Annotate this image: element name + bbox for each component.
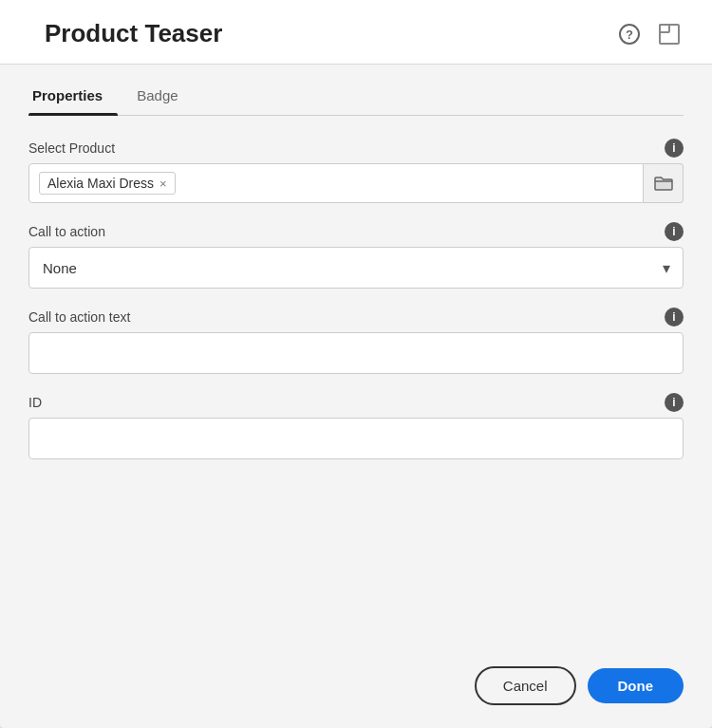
dialog-header: Product Teaser ? — [0, 0, 712, 65]
svg-rect-3 — [660, 25, 669, 32]
folder-icon — [654, 176, 673, 191]
call-to-action-section: Call to action i None Add to Cart View D… — [28, 222, 684, 289]
id-section: ID i — [28, 393, 684, 459]
call-to-action-text-label-row: Call to action text i — [28, 308, 684, 327]
done-button[interactable]: Done — [588, 668, 684, 703]
dialog-title: Product Teaser — [45, 19, 222, 48]
call-to-action-label-row: Call to action i — [28, 222, 684, 241]
call-to-action-label: Call to action — [28, 224, 105, 239]
product-tag: Alexia Maxi Dress × — [39, 172, 176, 195]
call-to-action-text-input[interactable] — [28, 332, 684, 374]
product-teaser-dialog: Product Teaser ? Properties Badge — [0, 0, 712, 728]
cancel-button[interactable]: Cancel — [475, 666, 576, 705]
id-label: ID — [28, 395, 42, 410]
dialog-body: Properties Badge Select Product i Alexia… — [0, 65, 712, 651]
id-label-row: ID i — [28, 393, 684, 412]
product-tag-label: Alexia Maxi Dress — [47, 176, 154, 191]
tab-properties[interactable]: Properties — [28, 80, 118, 115]
product-tag-remove[interactable]: × — [159, 177, 167, 190]
call-to-action-info-icon[interactable]: i — [665, 222, 684, 241]
help-circle-icon: ? — [619, 24, 640, 45]
select-product-label-row: Select Product i — [28, 139, 684, 158]
select-product-label: Select Product — [28, 140, 115, 156]
tab-badge[interactable]: Badge — [133, 80, 193, 115]
id-info-icon[interactable]: i — [665, 393, 684, 412]
call-to-action-select-wrapper: None Add to Cart View Details Learn More… — [28, 247, 684, 289]
call-to-action-text-info-icon[interactable]: i — [665, 308, 684, 327]
fullscreen-icon — [658, 23, 681, 46]
call-to-action-text-section: Call to action text i — [28, 308, 684, 374]
fullscreen-icon-btn[interactable] — [655, 20, 684, 48]
call-to-action-text-label: Call to action text — [28, 309, 130, 325]
browse-button[interactable] — [644, 163, 684, 203]
tabs-container: Properties Badge — [28, 65, 684, 116]
header-icons: ? — [615, 20, 684, 48]
id-input[interactable] — [28, 418, 684, 459]
select-product-info-icon[interactable]: i — [665, 139, 684, 158]
call-to-action-select[interactable]: None Add to Cart View Details Learn More — [28, 247, 684, 289]
select-product-section: Select Product i Alexia Maxi Dress × — [28, 139, 684, 203]
dialog-footer: Cancel Done — [0, 651, 712, 728]
product-tags-input[interactable]: Alexia Maxi Dress × — [28, 163, 644, 203]
help-icon-btn[interactable]: ? — [615, 20, 644, 48]
product-input-wrapper: Alexia Maxi Dress × — [28, 163, 684, 203]
svg-text:?: ? — [626, 28, 633, 42]
